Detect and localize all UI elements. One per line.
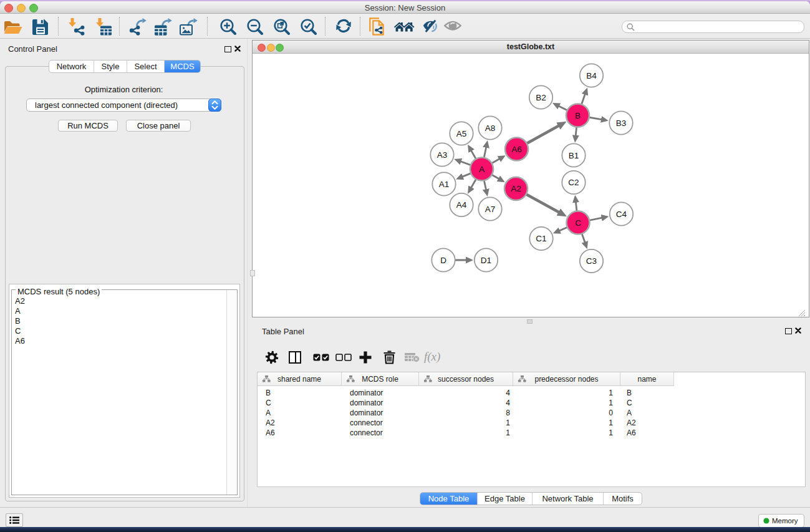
svg-text:B4: B4: [586, 71, 597, 80]
svg-text:A3: A3: [437, 150, 448, 160]
svg-text:A2: A2: [511, 184, 521, 193]
svg-text:B: B: [575, 111, 581, 120]
svg-text:B3: B3: [616, 118, 627, 128]
svg-text:A1: A1: [439, 180, 450, 189]
svg-text:B1: B1: [569, 151, 579, 160]
svg-text:C2: C2: [568, 178, 579, 187]
svg-text:A7: A7: [485, 205, 496, 214]
svg-text:D: D: [440, 256, 446, 265]
svg-text:A6: A6: [511, 145, 522, 154]
svg-text:C4: C4: [616, 210, 627, 219]
svg-text:C1: C1: [536, 234, 546, 243]
svg-text:B2: B2: [536, 93, 546, 102]
svg-text:A4: A4: [456, 200, 467, 210]
svg-text:A8: A8: [485, 123, 496, 133]
svg-text:A5: A5: [456, 129, 467, 138]
svg-text:A: A: [479, 165, 485, 174]
svg-text:C3: C3: [586, 256, 597, 266]
svg-text:D1: D1: [481, 256, 491, 265]
svg-text:C: C: [575, 218, 581, 228]
